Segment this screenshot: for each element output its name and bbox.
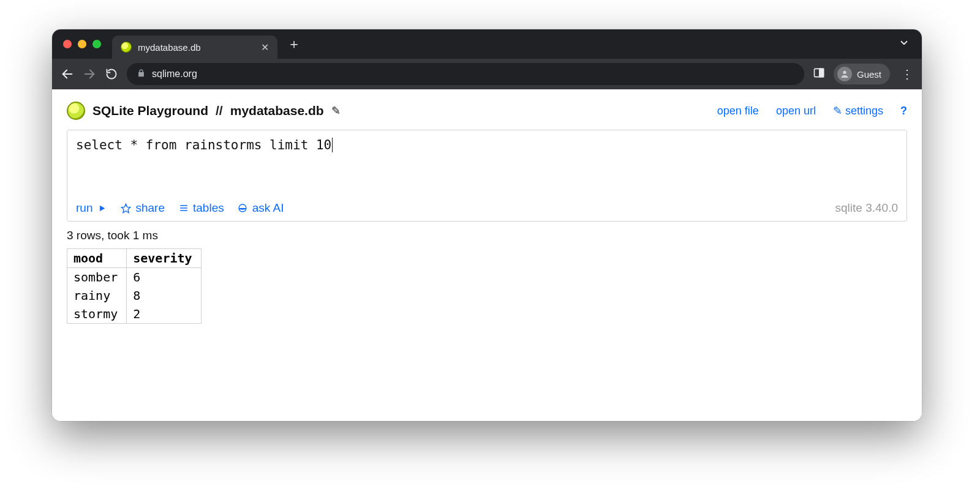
database-name: mydatabase.db	[230, 103, 324, 118]
table-cell: 8	[127, 286, 201, 305]
title-separator: //	[216, 103, 223, 118]
sqlite-version: sqlite 3.40.0	[835, 201, 898, 215]
column-header: severity	[127, 249, 201, 268]
table-cell: 6	[127, 268, 201, 287]
list-icon	[178, 203, 189, 214]
column-header: mood	[67, 249, 127, 268]
sql-editor[interactable]: select * from rainstorms limit 10	[67, 130, 907, 196]
run-label: run	[76, 201, 92, 215]
settings-link-label: settings	[845, 105, 883, 117]
app-logo-icon	[67, 102, 85, 120]
svg-marker-6	[122, 204, 130, 212]
reload-button[interactable]	[105, 67, 118, 81]
browser-toolbar: sqlime.org Guest ⋮	[52, 59, 922, 89]
avatar-icon	[837, 67, 852, 81]
profile-label: Guest	[857, 69, 881, 80]
table-row: rainy 8	[67, 286, 202, 305]
profile-chip[interactable]: Guest	[834, 64, 890, 84]
address-bar[interactable]: sqlime.org	[127, 63, 804, 85]
table-cell: rainy	[67, 286, 127, 305]
maximize-window-button[interactable]	[92, 40, 101, 48]
lock-icon	[137, 69, 146, 80]
text-caret-icon	[332, 138, 333, 152]
sql-editor-container: select * from rainstorms limit 10 run sh…	[67, 130, 907, 222]
page-content: SQLite Playground // mydatabase.db ✎ ope…	[52, 89, 922, 421]
edit-name-button[interactable]: ✎	[331, 104, 341, 117]
ask-ai-button[interactable]: ask AI	[238, 201, 284, 215]
table-header-row: mood severity	[67, 249, 202, 268]
header-links: open file open url ✎ settings ?	[717, 104, 907, 117]
browser-menu-button[interactable]: ⋮	[901, 67, 913, 81]
sphere-icon	[238, 203, 248, 214]
table-cell: 2	[127, 305, 201, 324]
minimize-window-button[interactable]	[78, 40, 86, 48]
app-header: SQLite Playground // mydatabase.db ✎ ope…	[67, 102, 907, 120]
svg-point-4	[843, 71, 846, 74]
tab-title: mydatabase.db	[138, 42, 255, 53]
browser-tab[interactable]: mydatabase.db ✕	[112, 35, 277, 59]
back-button[interactable]	[61, 67, 74, 81]
share-label: share	[135, 201, 165, 215]
share-button[interactable]: share	[121, 201, 165, 215]
run-button[interactable]: run	[76, 201, 107, 215]
settings-link[interactable]: ✎ settings	[833, 104, 883, 117]
help-link[interactable]: ?	[900, 105, 907, 117]
editor-actions: run share tables ask AI sqlite 3.40.0	[67, 196, 907, 221]
svg-rect-3	[820, 69, 824, 76]
star-icon	[121, 203, 131, 214]
tab-strip: mydatabase.db ✕ ＋	[52, 29, 922, 59]
query-status: 3 rows, took 1 ms	[67, 229, 907, 242]
window-controls	[63, 40, 101, 48]
table-cell: stormy	[67, 305, 127, 324]
results-table: mood severity somber 6 rainy 8 stormy 2	[67, 248, 202, 324]
tables-button[interactable]: tables	[178, 201, 224, 215]
sql-text: select * from rainstorms limit 10	[76, 138, 331, 152]
open-file-link[interactable]: open file	[717, 105, 759, 117]
open-url-link[interactable]: open url	[776, 105, 816, 117]
close-window-button[interactable]	[63, 40, 72, 48]
play-icon	[97, 203, 107, 214]
table-row: somber 6	[67, 268, 202, 287]
favicon-icon	[121, 42, 132, 53]
tabs-overflow-button[interactable]	[899, 37, 910, 51]
forward-button[interactable]	[83, 67, 96, 81]
table-row: stormy 2	[67, 305, 202, 324]
ask-ai-label: ask AI	[252, 201, 284, 215]
url-text: sqlime.org	[152, 69, 197, 80]
new-tab-button[interactable]: ＋	[287, 37, 301, 51]
table-cell: somber	[67, 268, 127, 287]
close-tab-button[interactable]: ✕	[261, 42, 269, 53]
app-title: SQLite Playground	[92, 103, 208, 118]
side-panel-button[interactable]	[813, 67, 825, 81]
svg-marker-5	[100, 206, 105, 211]
tables-label: tables	[193, 201, 224, 215]
browser-window: mydatabase.db ✕ ＋ sqlime.org	[52, 29, 922, 421]
